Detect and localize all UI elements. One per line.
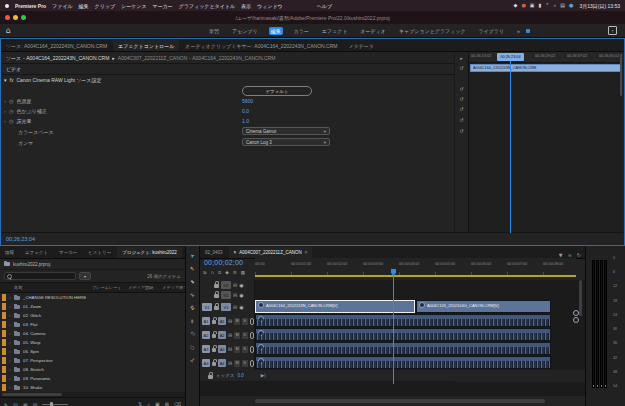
voiceover-record-icon[interactable] [250, 360, 254, 367]
toolbar-icon[interactable]: ⊞ [165, 401, 169, 406]
track-lock-icon[interactable] [214, 284, 219, 288]
collapse-icon[interactable]: ▾ [4, 77, 7, 83]
track-target-button[interactable]: A3 [218, 345, 226, 353]
workspace-tab[interactable]: エフェクト [320, 27, 350, 35]
menu-item[interactable]: マーカー [153, 3, 173, 9]
track-lock-icon[interactable] [214, 306, 219, 310]
column-header[interactable]: フレームレート [92, 285, 122, 290]
status-icon[interactable]: ● [521, 3, 525, 8]
track-lock-icon[interactable] [212, 362, 216, 366]
toolbar-icon[interactable]: ⌫ [174, 401, 181, 406]
expand-param-icon[interactable]: › [4, 98, 6, 104]
clip-fx-badge-icon[interactable] [258, 302, 264, 308]
sequence-tab-active[interactable]: × A004C007_2202211Z_CANON ≡ [229, 247, 313, 258]
project-bin-row[interactable]: › 05. Warp [0, 338, 185, 347]
menu-item[interactable]: 編集 [79, 3, 89, 9]
track-lock-icon[interactable] [214, 294, 219, 298]
project-bin-row[interactable]: › _CHANGE RESOLUTION HERE [0, 293, 185, 302]
toolbar-icon[interactable]: ▦ [23, 402, 28, 406]
playhead-line[interactable] [510, 61, 511, 233]
workspace-tab[interactable]: » [515, 27, 522, 35]
quick-export-icon[interactable]: ↑ [608, 26, 617, 35]
audio-track-lane[interactable] [255, 328, 585, 342]
column-header[interactable]: メディア開始 [128, 285, 154, 290]
solo-button[interactable]: S [242, 346, 248, 353]
track-lane-v3[interactable] [255, 280, 585, 290]
audio-clip[interactable] [255, 314, 551, 327]
apple-menu-icon[interactable] [5, 4, 9, 8]
home-icon[interactable]: ⌂ [6, 27, 11, 35]
close-tab-icon[interactable]: × [234, 250, 237, 255]
param-value[interactable]: 1.0 [242, 118, 249, 124]
menu-item[interactable]: クリップ [95, 3, 115, 9]
expand-bin-icon[interactable]: › [9, 313, 11, 318]
expand-param-icon[interactable]: › [4, 108, 6, 114]
expand-bin-icon[interactable]: › [9, 376, 11, 381]
project-bin-row[interactable]: › 01. Zoom [0, 302, 185, 311]
label-color-swatch[interactable] [2, 357, 6, 364]
project-bin-row[interactable]: › 09. Panoramic [0, 374, 185, 383]
timeline-ruler[interactable]: 00;0000;00;01;0000;00;02;0000;00;03;0000… [255, 258, 576, 276]
tool-button[interactable]: ⬭ [187, 341, 199, 353]
track-lock-icon[interactable] [212, 348, 216, 352]
expand-bin-icon[interactable]: › [9, 358, 11, 363]
mute-button[interactable]: M [234, 332, 240, 339]
app-menu[interactable]: Premiere Pro [15, 3, 46, 9]
effect-timeline-ruler[interactable]: 00;26;13;0200;26;21;0200;26;29;0200;26;3… [469, 52, 623, 63]
sync-lock-icon[interactable]: ⊟ [233, 305, 237, 310]
timeline-toggle-icon[interactable]: ⇆ [203, 270, 207, 275]
timeline-toggle-icon[interactable]: ◆ [225, 270, 228, 275]
audio-clip[interactable] [255, 342, 551, 355]
workspace-tab[interactable]: 編集 [269, 27, 283, 35]
workspace-tab[interactable]: ライブラリ [477, 27, 507, 35]
label-color-swatch[interactable] [2, 303, 6, 310]
label-color-swatch[interactable] [2, 294, 6, 301]
status-icon[interactable]: ⌃ [545, 3, 549, 8]
close-window-button[interactable] [5, 15, 10, 20]
track-target-button[interactable]: V1 [221, 303, 231, 311]
workspace-tab[interactable]: 学習 [207, 27, 221, 35]
audio-track-lane[interactable] [255, 342, 585, 356]
effect-timeline-clip[interactable]: A004C164_2202243N_CANON.CRM [470, 64, 621, 72]
tool-button[interactable]: ⇆ [187, 302, 199, 314]
source-patch-audio[interactable]: A2 [202, 331, 210, 339]
playhead-line[interactable] [393, 276, 394, 384]
sequence-tab[interactable]: 02_0403 [200, 247, 228, 258]
panel-tab[interactable]: メタデータ [343, 40, 378, 51]
expand-bin-icon[interactable]: › [9, 349, 11, 354]
label-color-swatch[interactable] [2, 312, 6, 319]
solo-button[interactable]: S [242, 332, 248, 339]
filter-button[interactable]: ▾ [79, 272, 91, 280]
toolbar-icon[interactable]: ▤ [13, 402, 18, 406]
panel-tab[interactable]: » [183, 247, 185, 258]
toolbar-icon[interactable]: ⌕ [147, 401, 150, 406]
mute-button[interactable]: M [234, 318, 240, 325]
toolbar-icon[interactable]: ▧ [33, 402, 38, 406]
menu-item[interactable]: グラフィックとタイトル [179, 3, 235, 9]
workspace-tab[interactable]: アセンブリ [230, 27, 260, 35]
column-header[interactable]: メディア終了 [162, 285, 186, 290]
project-bin-row[interactable]: › 06. Spin [0, 347, 185, 356]
mix-value[interactable]: 0.0 [237, 373, 243, 378]
sync-lock-icon[interactable]: ⊟ [228, 333, 232, 338]
keyframe-nav-icon[interactable] [573, 317, 579, 323]
reset-param-icon[interactable]: ↺ [455, 94, 468, 104]
status-icon[interactable]: ● [569, 3, 573, 8]
label-color-swatch[interactable] [2, 330, 6, 337]
timeline-current-time[interactable]: 00;00;02;00 [204, 259, 243, 266]
panel-tab[interactable]: プロジェクト: kushiro2022 [117, 247, 182, 258]
label-color-swatch[interactable] [2, 321, 6, 328]
track-lock-icon[interactable] [208, 375, 213, 379]
dropdown-select[interactable]: Cinema Gamut ▾ [242, 127, 330, 135]
tool-button[interactable]: ⇥ [187, 263, 199, 275]
panel-menu-icon[interactable]: ≡ [305, 250, 308, 255]
sync-lock-icon[interactable]: ⊟ [228, 319, 232, 324]
bin-breadcrumb[interactable]: kushiro2022.prproj [0, 259, 185, 270]
panel-scroll-icon[interactable]: ▸ [455, 52, 468, 63]
sync-lock-icon[interactable]: ⊟ [228, 361, 232, 366]
workspace-tab[interactable]: カラー [292, 27, 311, 35]
column-header[interactable]: 名前 [14, 285, 22, 290]
current-time-chip[interactable]: 00;26;23;04 [497, 53, 524, 61]
expand-bin-icon[interactable]: › [9, 331, 11, 336]
dropdown-select[interactable]: Canon Log 3 ▾ [242, 138, 330, 146]
